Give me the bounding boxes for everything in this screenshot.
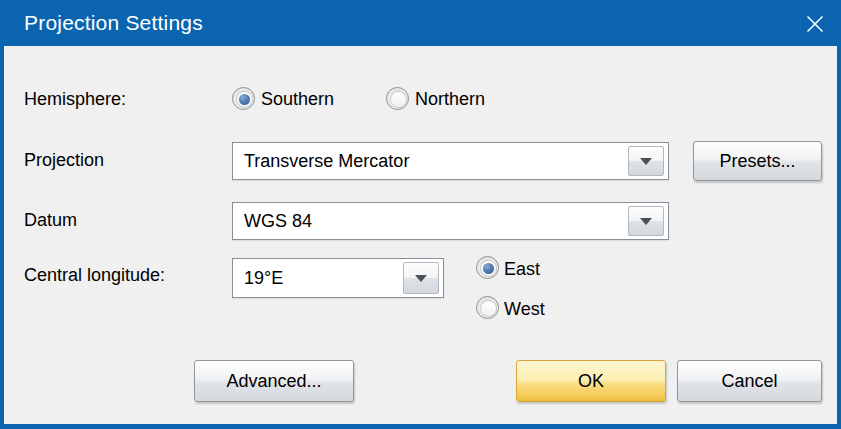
datum-dropdown-button[interactable] [628,206,664,236]
hemisphere-label: Hemisphere: [24,89,126,110]
projection-settings-dialog: Projection Settings Hemisphere: Southern… [0,0,841,429]
datum-dropdown[interactable]: WGS 84 [232,202,669,240]
advanced-button-label: Advanced... [226,371,321,392]
radio-dot [239,94,250,105]
central-longitude-label: Central longitude: [24,265,165,286]
radio-dot [483,263,494,274]
advanced-button[interactable]: Advanced... [194,360,354,402]
cancel-button[interactable]: Cancel [677,360,822,402]
radio-northern[interactable] [386,87,409,110]
presets-button-label: Presets... [719,151,795,172]
datum-label: Datum [24,210,77,231]
radio-east[interactable] [476,256,499,279]
radio-west-label[interactable]: West [504,299,545,320]
close-button[interactable] [803,12,827,36]
presets-button[interactable]: Presets... [693,141,822,181]
central-longitude-value: 19°E [244,268,283,289]
projection-dropdown-button[interactable] [628,146,664,176]
close-icon [804,13,826,35]
dialog-title: Projection Settings [24,11,203,35]
radio-southern[interactable] [232,87,255,110]
radio-west[interactable] [476,296,499,319]
ok-button[interactable]: OK [516,360,666,402]
datum-value: WGS 84 [244,211,312,232]
central-longitude-dropdown[interactable]: 19°E [232,258,444,298]
central-longitude-dropdown-button[interactable] [403,262,439,294]
projection-dropdown[interactable]: Transverse Mercator [232,142,669,180]
titlebar: Projection Settings [0,0,841,46]
projection-value: Transverse Mercator [244,151,409,172]
chevron-down-icon [415,275,427,282]
chevron-down-icon [640,158,652,165]
ok-button-label: OK [578,371,604,392]
radio-northern-label[interactable]: Northern [415,89,485,110]
radio-southern-label[interactable]: Southern [261,89,334,110]
chevron-down-icon [640,218,652,225]
cancel-button-label: Cancel [721,371,777,392]
projection-label: Projection [24,150,104,171]
radio-east-label[interactable]: East [504,259,540,280]
